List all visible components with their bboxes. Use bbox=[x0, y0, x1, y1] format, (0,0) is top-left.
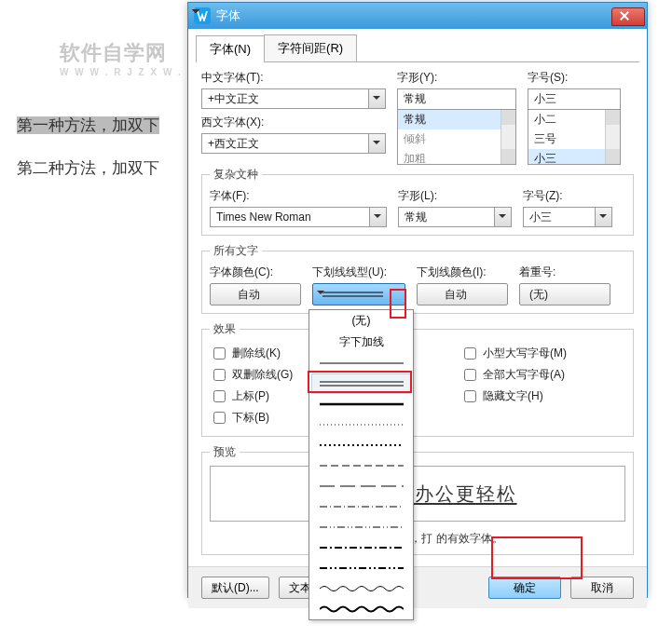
underline-opt-dash-dot-dot[interactable] bbox=[309, 517, 413, 537]
underline-type-button[interactable] bbox=[312, 283, 405, 305]
underline-opt-dotted-heavy[interactable] bbox=[309, 435, 413, 455]
emphasis-button[interactable]: (无) bbox=[519, 283, 610, 305]
effects-group: 效果 删除线(K) 双删除线(G) 上标(P) 下标(B) 小型大写字母(M) … bbox=[201, 321, 634, 437]
font-color-button[interactable]: 自动 bbox=[210, 283, 301, 305]
cancel-button[interactable]: 取消 bbox=[570, 577, 634, 599]
effects-legend: 效果 bbox=[210, 321, 240, 337]
underline-opt-dash-dot-heavy[interactable] bbox=[309, 537, 413, 558]
background-document: 第一种方法，加双下 第二种方法，加双下 bbox=[17, 104, 159, 190]
underline-opt-wave[interactable] bbox=[309, 578, 413, 599]
complex-style-combo[interactable]: 常规 bbox=[398, 207, 512, 227]
en-font-label: 西文字体(X): bbox=[201, 115, 386, 130]
chevron-down-icon[interactable] bbox=[368, 89, 385, 108]
style-opt-bold[interactable]: 加粗 bbox=[398, 149, 515, 165]
chevron-down-icon[interactable] bbox=[369, 208, 386, 226]
close-icon[interactable] bbox=[611, 7, 645, 26]
en-font-combo[interactable]: +西文正文 bbox=[201, 133, 386, 154]
chevron-down-icon[interactable] bbox=[595, 208, 611, 226]
style-list[interactable]: 常规 倾斜 加粗 bbox=[397, 109, 516, 165]
ok-button[interactable]: 确定 bbox=[488, 577, 561, 599]
complex-font-combo[interactable]: Times New Roman bbox=[210, 207, 387, 227]
chevron-down-icon[interactable] bbox=[494, 208, 511, 226]
dialog-title: 字体 bbox=[216, 7, 240, 24]
preview-legend: 预览 bbox=[210, 444, 240, 460]
complex-group: 复杂文种 字体(F): Times New Roman 字形(L): 常规 字号… bbox=[201, 167, 634, 236]
underline-type-label: 下划线线型(U): bbox=[312, 265, 405, 280]
preview-box: WPS 让比办公更轻松 bbox=[210, 466, 625, 522]
style-opt-italic[interactable]: 倾斜 bbox=[398, 129, 515, 149]
size-label: 字号(S): bbox=[528, 70, 621, 86]
size-list[interactable]: 小二 三号 小三 bbox=[528, 109, 621, 165]
preview-group: 预览 WPS 让比办公更轻松 尚未安装此字体，打 的有效字体。 bbox=[201, 444, 634, 555]
emphasis-label: 着重号: bbox=[519, 265, 610, 280]
underline-opt-dash-dot[interactable] bbox=[309, 496, 413, 517]
underline-color-button[interactable]: 自动 bbox=[417, 283, 508, 305]
underline-opt-single[interactable] bbox=[309, 353, 413, 373]
all-text-group: 所有文字 字体颜色(C): 自动 下划线线型(U): 下划线颜色(I): 自动 bbox=[201, 243, 634, 314]
tab-spacing[interactable]: 字符间距(R) bbox=[264, 34, 357, 61]
chk-allcaps[interactable]: 全部大写字母(A) bbox=[460, 364, 567, 386]
titlebar[interactable]: 字体 bbox=[188, 3, 647, 29]
double-line-icon bbox=[322, 290, 383, 299]
underline-opt-none[interactable]: (无) bbox=[309, 310, 413, 332]
style-opt-regular[interactable]: 常规 bbox=[398, 110, 515, 129]
underline-opt-dash-dot-dot-heavy[interactable] bbox=[309, 558, 413, 578]
size-input[interactable]: 小三 bbox=[528, 88, 621, 109]
scrollbar[interactable] bbox=[605, 110, 620, 164]
font-color-label: 字体颜色(C): bbox=[210, 265, 301, 280]
complex-font-label: 字体(F): bbox=[210, 188, 387, 204]
underline-opt-dotted[interactable] bbox=[309, 414, 413, 435]
underline-opt-wave-heavy[interactable] bbox=[309, 599, 413, 619]
chk-smallcaps[interactable]: 小型大写字母(M) bbox=[460, 343, 567, 364]
cn-font-label: 中文字体(T): bbox=[201, 70, 386, 86]
underline-color-label: 下划线颜色(I): bbox=[417, 265, 508, 280]
underline-group-header: 字下加线 bbox=[309, 332, 413, 353]
complex-size-label: 字号(Z): bbox=[523, 188, 612, 204]
chk-hidden[interactable]: 隐藏文字(H) bbox=[460, 386, 567, 407]
underline-opt-double[interactable] bbox=[311, 373, 411, 394]
complex-style-label: 字形(L): bbox=[398, 188, 512, 204]
default-button[interactable]: 默认(D)... bbox=[201, 577, 269, 599]
complex-size-combo[interactable]: 小三 bbox=[523, 207, 612, 227]
underline-dropdown[interactable]: (无) 字下加线 bbox=[309, 309, 414, 620]
dialog-footer: 默认(D)... 文本效 确定 取消 bbox=[188, 566, 647, 608]
doc-line-1: 第一种方法，加双下 bbox=[17, 104, 159, 147]
tab-strip: 字体(N) 字符间距(R) bbox=[196, 34, 639, 62]
underline-opt-dash[interactable] bbox=[309, 455, 413, 476]
underline-opt-dash-long[interactable] bbox=[309, 476, 413, 496]
chevron-down-icon[interactable] bbox=[368, 134, 385, 153]
underline-opt-thick[interactable] bbox=[309, 394, 413, 414]
all-legend: 所有文字 bbox=[210, 243, 262, 259]
style-input[interactable]: 常规 bbox=[397, 88, 516, 109]
complex-legend: 复杂文种 bbox=[210, 167, 262, 183]
cn-font-value: +中文正文 bbox=[202, 91, 368, 107]
doc-line-2: 第二种方法，加双下 bbox=[17, 147, 159, 190]
tab-font[interactable]: 字体(N) bbox=[196, 35, 265, 62]
style-label: 字形(Y): bbox=[397, 70, 516, 86]
font-dialog: 字体 字体(N) 字符间距(R) 中文字体(T): +中文正文 字形(Y): 常… bbox=[187, 2, 648, 598]
en-font-value: +西文正文 bbox=[202, 136, 368, 152]
font-note: 尚未安装此字体，打 的有效字体。 bbox=[210, 531, 625, 547]
cn-font-combo[interactable]: +中文正文 bbox=[201, 88, 386, 109]
scrollbar[interactable] bbox=[501, 110, 515, 164]
